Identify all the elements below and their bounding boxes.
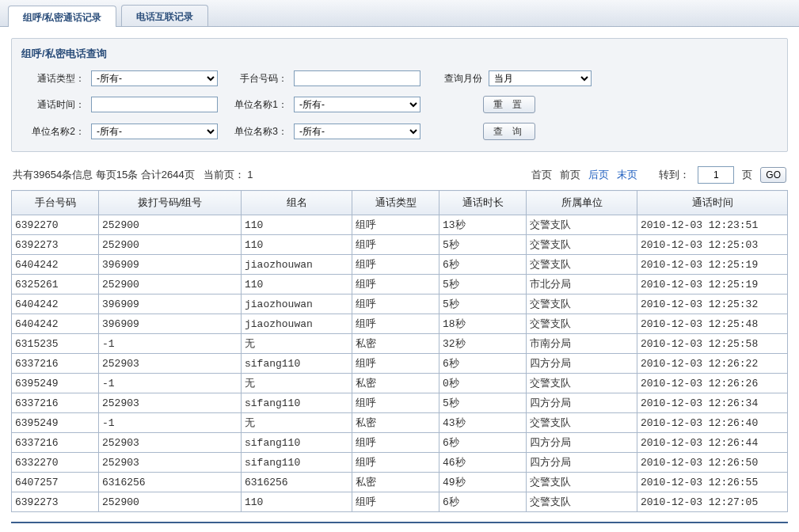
table-cell: 2010-12-03 12:26:55 (637, 473, 788, 492)
label-query-month: 查询月份 (427, 72, 482, 86)
table-cell: 6395249 (12, 374, 99, 393)
table-cell: 交警支队 (527, 374, 637, 393)
table-cell: 6332270 (12, 453, 99, 473)
table-cell: 252900 (99, 215, 242, 235)
table-cell: 6325261 (12, 275, 99, 294)
table-cell: 无 (242, 413, 352, 433)
select-unit1[interactable]: -所有- (294, 97, 420, 112)
table-cell: 6404242 (12, 314, 99, 334)
table-row: 6392273252900110组呼6秒交警支队2010-12-03 12:27… (12, 492, 788, 512)
table-cell: 6337216 (12, 354, 99, 374)
table-cell: 四方分局 (527, 354, 637, 374)
col-handset-no: 手台号码 (12, 191, 99, 215)
table-cell: 6392273 (12, 492, 99, 512)
col-time: 通话时间 (637, 191, 788, 215)
table-cell: 交警支队 (527, 413, 637, 433)
table-cell: 6316256 (99, 473, 242, 492)
table-cell: 6337216 (12, 393, 99, 413)
table-cell: 2010-12-03 12:25:19 (637, 255, 788, 275)
table-cell: 396909 (99, 314, 242, 334)
table-cell: -1 (99, 374, 242, 393)
table-cell: 252903 (99, 393, 242, 413)
table-row: 6395249-1无私密43秒交警支队2010-12-03 12:26:40 (12, 413, 788, 433)
table-cell: 6315235 (12, 334, 99, 354)
select-call-type[interactable]: -所有- (91, 70, 218, 86)
input-handset-no[interactable] (294, 70, 420, 86)
table-cell: 5秒 (439, 235, 527, 255)
tabs-bar: 组呼/私密通话记录 电话互联记录 (0, 0, 799, 27)
table-cell: 2010-12-03 12:26:34 (637, 393, 788, 413)
select-unit2[interactable]: -所有- (91, 124, 218, 139)
table-row: 6325261252900110组呼5秒市北分局2010-12-03 12:25… (12, 275, 788, 294)
table-cell: 252900 (99, 492, 242, 512)
table-cell: 5秒 (439, 294, 527, 314)
table-cell: 110 (242, 492, 352, 512)
label-call-time: 通话时间： (21, 98, 85, 112)
reset-button[interactable]: 重 置 (483, 96, 535, 113)
table-cell: 2010-12-03 12:26:22 (637, 354, 788, 374)
pager-summary: 共有39654条信息 每页15条 合计2644页 当前页： 1 (13, 168, 253, 182)
table-cell: 交警支队 (527, 235, 637, 255)
table-cell: 组呼 (352, 235, 439, 255)
col-duration: 通话时长 (439, 191, 527, 215)
table-cell: 交警支队 (527, 492, 637, 512)
select-unit3[interactable]: -所有- (294, 124, 420, 139)
pager-goto-input[interactable] (698, 166, 734, 184)
pager-row: 共有39654条信息 每页15条 合计2644页 当前页： 1 首页 前页 后页… (11, 163, 788, 190)
tab-phone-interconnect[interactable]: 电话互联记录 (121, 5, 208, 26)
query-button[interactable]: 查 询 (483, 123, 535, 140)
table-cell: 6316256 (242, 473, 352, 492)
table-cell: 6秒 (439, 255, 527, 275)
table-cell: 组呼 (352, 393, 439, 413)
table-row: 6404242396909jiaozhouwan组呼18秒交警支队2010-12… (12, 314, 788, 334)
tab-group-private[interactable]: 组呼/私密通话记录 (8, 6, 116, 27)
table-cell: 组呼 (352, 275, 439, 294)
table-cell: 32秒 (439, 334, 527, 354)
table-cell: 6392273 (12, 235, 99, 255)
table-cell: 6407257 (12, 473, 99, 492)
table-cell: 6404242 (12, 294, 99, 314)
table-cell: 6秒 (439, 433, 527, 453)
table-cell: 43秒 (439, 413, 527, 433)
table-cell: 5秒 (439, 393, 527, 413)
table-row: 6337216252903sifang110组呼5秒四方分局2010-12-03… (12, 393, 788, 413)
table-row: 6337216252903sifang110组呼6秒四方分局2010-12-03… (12, 354, 788, 374)
table-cell: 交警支队 (527, 314, 637, 334)
table-row: 6337216252903sifang110组呼6秒四方分局2010-12-03… (12, 433, 788, 453)
table-cell: 2010-12-03 12:25:48 (637, 314, 788, 334)
table-cell: 6秒 (439, 492, 527, 512)
col-dialed-no: 拨打号码/组号 (99, 191, 242, 215)
table-cell: 110 (242, 235, 352, 255)
pager-goto-label: 转到： (659, 168, 690, 182)
table-cell: sifang110 (242, 354, 352, 374)
table-cell: 四方分局 (527, 393, 637, 413)
table-row: 640725763162566316256私密49秒交警支队2010-12-03… (12, 473, 788, 492)
label-unit2: 单位名称2： (21, 125, 85, 139)
table-cell: sifang110 (242, 453, 352, 473)
table-cell: 2010-12-03 12:26:44 (637, 433, 788, 453)
col-group-name: 组名 (242, 191, 352, 215)
table-cell: 6秒 (439, 354, 527, 374)
table-cell: 2010-12-03 12:25:03 (637, 235, 788, 255)
table-cell: 市南分局 (527, 334, 637, 354)
table-cell: 私密 (352, 413, 439, 433)
pager-prev[interactable]: 前页 (560, 168, 580, 182)
pager-next[interactable]: 后页 (588, 168, 609, 182)
pager-go-button[interactable]: GO (760, 167, 786, 183)
pager-first[interactable]: 首页 (531, 168, 552, 182)
table-cell: -1 (99, 413, 242, 433)
table-cell: sifang110 (242, 393, 352, 413)
table-cell: sifang110 (242, 433, 352, 453)
table-header-row: 手台号码 拨打号码/组号 组名 通话类型 通话时长 所属单位 通话时间 (12, 191, 788, 215)
table-cell: 无 (242, 334, 352, 354)
table-cell: 2010-12-03 12:25:58 (637, 334, 788, 354)
table-cell: 18秒 (439, 314, 527, 334)
panel-title: 组呼/私密电话查询 (21, 47, 778, 61)
pager-last[interactable]: 末页 (617, 168, 637, 182)
select-query-month[interactable]: 当月 (489, 70, 592, 86)
table-cell: 2010-12-03 12:25:32 (637, 294, 788, 314)
table-cell: 2010-12-03 12:26:40 (637, 413, 788, 433)
table-cell: jiaozhouwan (242, 294, 352, 314)
input-call-time[interactable] (91, 97, 218, 112)
table-cell: 110 (242, 215, 352, 235)
